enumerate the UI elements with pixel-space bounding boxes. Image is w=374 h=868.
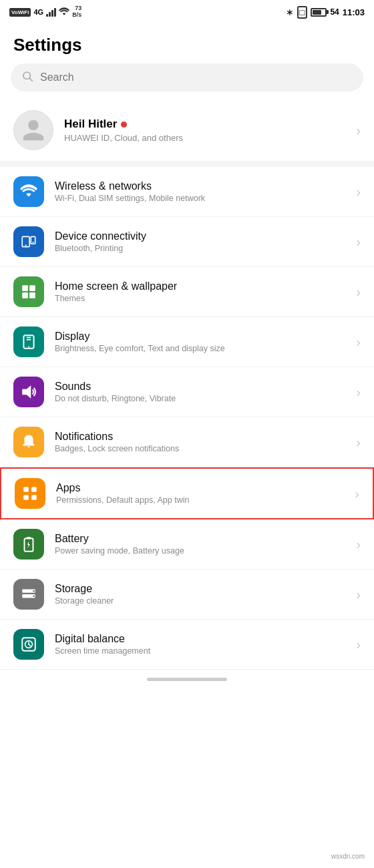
settings-item-digital-balance[interactable]: Digital balance Screen time management › <box>0 620 374 670</box>
svg-point-24 <box>33 595 35 597</box>
svg-point-5 <box>32 242 33 243</box>
svg-rect-18 <box>31 495 37 500</box>
vowifi-indicator: VoWiFi <box>9 8 31 17</box>
profile-section[interactable]: Heil Hitler HUAWEI ID, Cloud, and others… <box>0 99 374 162</box>
settings-item-device-connectivity[interactable]: Device connectivity Bluetooth, Printing … <box>0 217 374 267</box>
search-input[interactable] <box>40 71 353 83</box>
svg-marker-14 <box>22 385 31 399</box>
storage-text: Storage Storage cleaner <box>55 583 345 606</box>
settings-item-wireless[interactable]: Wireless & networks Wi-Fi, Dual SIM sett… <box>0 167 374 217</box>
apps-subtitle: Permissions, Default apps, App twin <box>56 495 344 505</box>
time-display: 11:03 <box>343 7 365 17</box>
status-left: VoWiFi 4G 73B/s <box>9 5 81 19</box>
home-screen-subtitle: Themes <box>55 294 345 303</box>
device-connectivity-icon <box>13 226 44 257</box>
display-chevron-icon: › <box>356 335 361 350</box>
apps-icon <box>15 478 45 509</box>
bluetooth-icon: ∗ <box>286 7 294 17</box>
battery-chevron-icon: › <box>356 537 361 552</box>
search-bar[interactable] <box>11 63 363 91</box>
network-speed: 73B/s <box>72 5 81 19</box>
sounds-icon <box>13 377 44 407</box>
svg-point-23 <box>33 590 35 592</box>
apps-text: Apps Permissions, Default apps, App twin <box>56 482 344 505</box>
search-icon <box>21 70 33 85</box>
status-right: ∗ □ 54 11:03 <box>286 6 365 19</box>
device-connectivity-chevron-icon: › <box>356 234 361 250</box>
svg-rect-16 <box>31 487 37 492</box>
network-type: 4G <box>33 8 43 16</box>
battery-settings-icon <box>13 529 44 560</box>
svg-rect-20 <box>27 537 31 539</box>
display-text: Display Brightness, Eye comfort, Text an… <box>55 331 345 353</box>
notifications-title: Notifications <box>55 431 345 443</box>
wifi-icon <box>59 7 69 17</box>
wireless-text: Wireless & networks Wi-Fi, Dual SIM sett… <box>55 180 345 203</box>
battery-subtitle: Power saving mode, Battery usage <box>55 546 345 556</box>
settings-list: Wireless & networks Wi-Fi, Dual SIM sett… <box>0 167 374 670</box>
wireless-title: Wireless & networks <box>55 180 345 192</box>
wireless-chevron-icon: › <box>356 184 361 200</box>
svg-rect-15 <box>23 487 29 492</box>
battery-level: 54 <box>330 7 339 17</box>
wireless-icon <box>13 176 44 207</box>
home-screen-icon <box>13 276 44 307</box>
digital-balance-title: Digital balance <box>55 633 345 645</box>
vibrate-icon: □ <box>297 6 308 19</box>
storage-title: Storage <box>55 583 345 595</box>
notifications-chevron-icon: › <box>356 435 361 450</box>
home-screen-chevron-icon: › <box>356 284 361 300</box>
storage-icon <box>13 579 44 610</box>
profile-info: Heil Hitler HUAWEI ID, Cloud, and others <box>64 118 345 143</box>
home-pill <box>147 678 227 681</box>
device-connectivity-text: Device connectivity Bluetooth, Printing <box>55 230 345 253</box>
settings-item-storage[interactable]: Storage Storage cleaner › <box>0 570 374 620</box>
storage-subtitle: Storage cleaner <box>55 596 345 606</box>
home-screen-text: Home screen & wallpaper Themes <box>55 280 345 303</box>
notifications-icon <box>13 427 44 457</box>
sounds-title: Sounds <box>55 381 345 393</box>
svg-rect-17 <box>23 495 29 500</box>
device-connectivity-subtitle: Bluetooth, Printing <box>55 244 345 253</box>
svg-line-1 <box>29 78 33 81</box>
svg-rect-6 <box>22 285 28 291</box>
home-screen-title: Home screen & wallpaper <box>55 280 345 292</box>
digital-balance-icon <box>13 629 44 660</box>
sounds-subtitle: Do not disturb, Ringtone, Vibrate <box>55 394 345 403</box>
profile-name: Heil Hitler <box>64 118 345 131</box>
settings-item-home-screen[interactable]: Home screen & wallpaper Themes › <box>0 267 374 317</box>
status-bar: VoWiFi 4G 73B/s ∗ □ 54 11:03 <box>0 0 374 24</box>
digital-balance-subtitle: Screen time management <box>55 646 345 656</box>
svg-point-4 <box>25 244 27 246</box>
avatar <box>13 110 53 150</box>
digital-balance-text: Digital balance Screen time management <box>55 633 345 656</box>
wireless-subtitle: Wi-Fi, Dual SIM settings, Mobile network <box>55 194 345 203</box>
settings-item-notifications[interactable]: Notifications Badges, Lock screen notifi… <box>0 417 374 467</box>
profile-subtitle: HUAWEI ID, Cloud, and others <box>64 133 345 143</box>
sounds-chevron-icon: › <box>356 385 361 400</box>
svg-line-28 <box>29 644 31 646</box>
notifications-subtitle: Badges, Lock screen notifications <box>55 444 345 453</box>
display-icon <box>13 327 44 357</box>
display-title: Display <box>55 331 345 343</box>
display-subtitle: Brightness, Eye comfort, Text and displa… <box>55 344 345 353</box>
svg-rect-8 <box>22 292 28 298</box>
sounds-text: Sounds Do not disturb, Ringtone, Vibrate <box>55 381 345 403</box>
apps-chevron-icon: › <box>355 486 359 501</box>
settings-item-apps[interactable]: Apps Permissions, Default apps, App twin… <box>0 467 374 519</box>
home-bar <box>0 670 374 689</box>
battery-icon <box>311 8 327 17</box>
settings-item-battery[interactable]: Battery Power saving mode, Battery usage… <box>0 519 374 570</box>
watermark: wsxdn.com <box>329 851 367 861</box>
profile-chevron-icon: › <box>356 123 361 138</box>
device-connectivity-title: Device connectivity <box>55 230 345 242</box>
notifications-text: Notifications Badges, Lock screen notifi… <box>55 431 345 453</box>
battery-title: Battery <box>55 533 345 545</box>
settings-item-display[interactable]: Display Brightness, Eye comfort, Text an… <box>0 317 374 367</box>
battery-text: Battery Power saving mode, Battery usage <box>55 533 345 556</box>
settings-item-sounds[interactable]: Sounds Do not disturb, Ringtone, Vibrate… <box>0 367 374 417</box>
profile-name-text: Heil Hitler <box>64 118 117 131</box>
digital-balance-chevron-icon: › <box>356 637 361 652</box>
svg-point-11 <box>28 347 29 348</box>
svg-rect-9 <box>29 292 35 298</box>
